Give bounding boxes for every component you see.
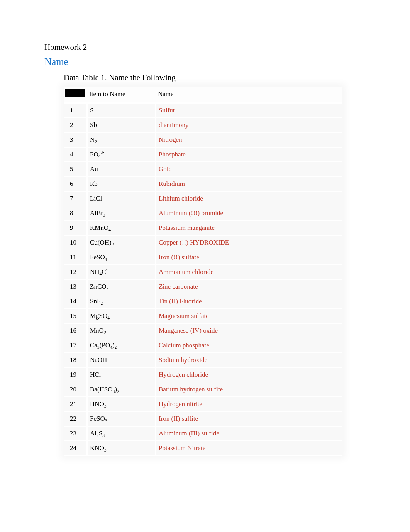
answer-name: Barium hydrogen sulfite (156, 382, 342, 397)
answer-name: Aluminum (III) sulfide (156, 426, 342, 441)
item-to-name: Sb (87, 118, 156, 133)
table-row: 14SnF2Tin (II) Fluoride (64, 294, 342, 309)
item-to-name: LiCl (87, 191, 156, 206)
row-number: 15 (64, 309, 87, 323)
table-row: 17Ca3(PO4)2Calcium phosphate (64, 338, 342, 353)
answer-name: Iron (II) sulfite (156, 411, 342, 426)
table-row: 18NaOHSodium hydroxide (64, 353, 342, 367)
name-heading: Name (44, 56, 366, 68)
row-number: 17 (64, 338, 87, 353)
row-number: 9 (64, 221, 87, 235)
table-row: 21HNO3Hydrogen nitrite (64, 397, 342, 411)
row-number: 22 (64, 411, 87, 426)
table-row: 4PO43-Phosphate (64, 147, 342, 162)
row-number: 21 (64, 397, 87, 411)
table-row: 1SSulfur (64, 103, 342, 118)
column-header-item: Item to Name (87, 87, 156, 103)
table-row: 24KNO3Potassium Nitrate (64, 441, 342, 456)
answer-name: Magnesium sulfate (156, 309, 342, 323)
item-to-name: Ca3(PO4)2 (87, 338, 156, 353)
table-row: 23Al2S3Aluminum (III) sulfide (64, 426, 342, 441)
item-to-name: Ba(HSO3)2 (87, 382, 156, 397)
answer-name: Potassium Nitrate (156, 441, 342, 456)
row-number: 7 (64, 191, 87, 206)
answer-name: Nitrogen (156, 133, 342, 147)
row-number: 23 (64, 426, 87, 441)
answer-name: Copper (!!) HYDROXIDE (156, 235, 342, 250)
table-row: 2Sbdiantimony (64, 118, 342, 133)
answer-name: diantimony (156, 118, 342, 133)
table-row: 11FeSO4Iron (!!) sulfate (64, 250, 342, 265)
item-to-name: Al2S3 (87, 426, 156, 441)
item-to-name: N2 (87, 133, 156, 147)
row-number: 10 (64, 235, 87, 250)
item-to-name: HNO3 (87, 397, 156, 411)
row-number: 16 (64, 323, 87, 338)
item-to-name: FeSO3 (87, 411, 156, 426)
row-number: 5 (64, 162, 87, 177)
item-to-name: AlBr3 (87, 206, 156, 221)
row-number: 13 (64, 279, 87, 294)
table-row: 20Ba(HSO3)2Barium hydrogen sulfite (64, 382, 342, 397)
item-to-name: NaOH (87, 353, 156, 367)
row-number: 14 (64, 294, 87, 309)
homework-title: Homework 2 (44, 42, 366, 52)
item-to-name: KMnO4 (87, 221, 156, 235)
item-to-name: FeSO4 (87, 250, 156, 265)
answer-name: Ammonium chloride (156, 265, 342, 279)
table-row: 6RbRubidium (64, 177, 342, 191)
answer-name: Hydrogen chloride (156, 367, 342, 382)
row-number: 3 (64, 133, 87, 147)
item-to-name: MnO2 (87, 323, 156, 338)
answer-name: Iron (!!) sulfate (156, 250, 342, 265)
table-caption: Data Table 1. Name the Following (64, 73, 366, 83)
row-number: 2 (64, 118, 87, 133)
item-to-name: HCl (87, 367, 156, 382)
row-number: 8 (64, 206, 87, 221)
row-number: 24 (64, 441, 87, 456)
item-to-name: PO43- (87, 147, 156, 162)
item-to-name: SnF2 (87, 294, 156, 309)
answer-name: Potassium manganite (156, 221, 342, 235)
row-number: 18 (64, 353, 87, 367)
table-row: 5AuGold (64, 162, 342, 177)
row-number: 12 (64, 265, 87, 279)
item-to-name: Rb (87, 177, 156, 191)
data-table-wrapper: Item to Name Name 1SSulfur2Sbdiantimony3… (64, 87, 342, 456)
answer-name: Zinc carbonate (156, 279, 342, 294)
answer-name: Manganese (IV) oxide (156, 323, 342, 338)
answer-name: Hydrogen nitrite (156, 397, 342, 411)
data-table: Item to Name Name 1SSulfur2Sbdiantimony3… (64, 87, 342, 456)
row-number: 20 (64, 382, 87, 397)
item-to-name: MgSO4 (87, 309, 156, 323)
row-number: 19 (64, 367, 87, 382)
table-header-row: Item to Name Name (64, 87, 342, 103)
row-number: 4 (64, 147, 87, 162)
table-row: 19HClHydrogen chloride (64, 367, 342, 382)
item-to-name: Au (87, 162, 156, 177)
item-to-name: ZnCO3 (87, 279, 156, 294)
item-to-name: S (87, 103, 156, 118)
table-row: 15MgSO4Magnesium sulfate (64, 309, 342, 323)
redacted-block (65, 89, 85, 97)
row-number: 6 (64, 177, 87, 191)
answer-name: Rubidium (156, 177, 342, 191)
answer-name: Gold (156, 162, 342, 177)
answer-name: Sulfur (156, 103, 342, 118)
item-to-name: Cu(OH)2 (87, 235, 156, 250)
answer-name: Calcium phosphate (156, 338, 342, 353)
answer-name: Tin (II) Fluoride (156, 294, 342, 309)
table-row: 16MnO2Manganese (IV) oxide (64, 323, 342, 338)
answer-name: Lithium chloride (156, 191, 342, 206)
answer-name: Aluminum (!!!) bromide (156, 206, 342, 221)
column-header-name: Name (156, 87, 342, 103)
answer-name: Sodium hydroxide (156, 353, 342, 367)
table-row: 13ZnCO3Zinc carbonate (64, 279, 342, 294)
table-row: 22FeSO3Iron (II) sulfite (64, 411, 342, 426)
row-number: 11 (64, 250, 87, 265)
column-header-number (64, 87, 87, 103)
table-row: 8AlBr3Aluminum (!!!) bromide (64, 206, 342, 221)
table-row: 3N2Nitrogen (64, 133, 342, 147)
table-row: 10Cu(OH)2Copper (!!) HYDROXIDE (64, 235, 342, 250)
table-row: 9KMnO4Potassium manganite (64, 221, 342, 235)
